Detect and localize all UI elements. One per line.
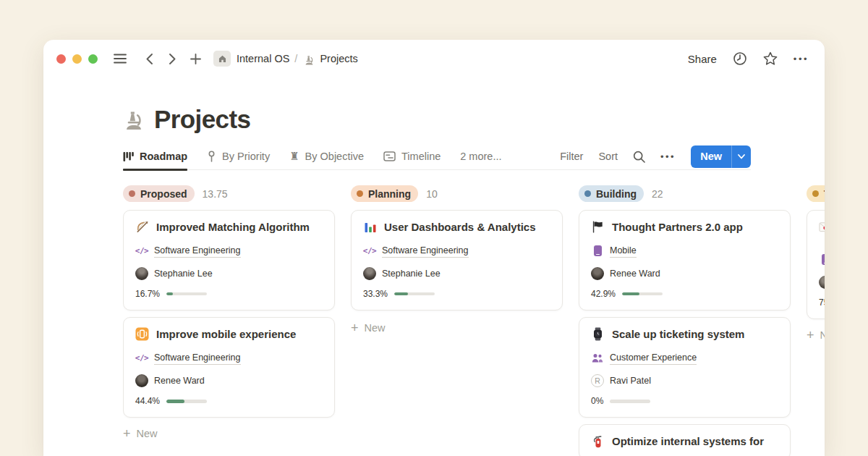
- tab-more-views[interactable]: 2 more...: [460, 143, 501, 170]
- project-card[interactable]: Improve mobile experience </> Software E…: [123, 317, 335, 418]
- page-microscope-icon[interactable]: [123, 110, 145, 132]
- column-building: Building 22 Thought Partners 2.0 app Mob…: [579, 185, 791, 456]
- plus-icon: +: [351, 321, 359, 334]
- status-badge[interactable]: Planning: [351, 185, 418, 202]
- tab-label: 2 more...: [460, 151, 501, 162]
- code-icon: </>: [135, 353, 148, 363]
- tab-label: By Objective: [305, 151, 364, 162]
- new-dropdown-chevron-icon[interactable]: [731, 145, 751, 168]
- column-proposed: Proposed 13.75 Improved Matching Algorit…: [123, 185, 335, 456]
- star-icon[interactable]: [763, 51, 778, 66]
- team-link[interactable]: Customer Experience: [610, 351, 697, 365]
- progress-bar: [394, 292, 435, 296]
- status-dot: [812, 190, 819, 197]
- bow-and-arrow-icon: [135, 220, 149, 234]
- more-options-icon[interactable]: •••: [793, 54, 809, 64]
- person-name: Stephanie Lee: [154, 269, 213, 279]
- code-icon: </>: [363, 246, 376, 256]
- progress-label: 75: [819, 297, 825, 308]
- share-button[interactable]: Share: [688, 53, 717, 65]
- zoom-window-button[interactable]: [88, 54, 98, 64]
- project-card[interactable]: User Dashboards & Analytics </> Software…: [351, 210, 563, 311]
- status-badge[interactable]: Proposed: [123, 185, 195, 202]
- project-card[interactable]: 75: [807, 210, 825, 319]
- love-letter-icon: [819, 220, 825, 234]
- status-dot: [584, 190, 591, 197]
- column-count: 13.75: [203, 188, 228, 200]
- card-title: Optimize internal systems for: [612, 435, 764, 447]
- search-icon[interactable]: [633, 151, 645, 163]
- tab-label: Timeline: [401, 151, 441, 162]
- breadcrumb-current[interactable]: Projects: [320, 53, 357, 64]
- tab-roadmap[interactable]: Roadmap: [123, 143, 187, 170]
- plus-icon: +: [123, 427, 131, 440]
- add-card-button[interactable]: + New: [807, 329, 825, 342]
- add-card-button[interactable]: + New: [123, 427, 335, 440]
- clock-icon[interactable]: [733, 51, 747, 66]
- person-name: Renee Ward: [154, 376, 205, 386]
- team-link[interactable]: Software Engineering: [154, 351, 241, 365]
- minimize-window-button[interactable]: [72, 54, 82, 64]
- person-name: Ravi Patel: [610, 376, 651, 386]
- avatar: [819, 276, 825, 289]
- team-link[interactable]: Mobile: [610, 244, 637, 258]
- kanban-board: Proposed 13.75 Improved Matching Algorit…: [123, 185, 825, 456]
- status-badge[interactable]: Building: [579, 185, 644, 202]
- filter-button[interactable]: Filter: [560, 151, 583, 162]
- forward-chevron-icon[interactable]: [163, 48, 182, 69]
- progress-bar: [166, 400, 207, 403]
- progress-label: 42.9%: [591, 289, 616, 299]
- status-label: Building: [596, 188, 637, 200]
- team-link[interactable]: Software Engineering: [154, 244, 241, 258]
- add-card-button[interactable]: + New: [351, 321, 563, 334]
- new-button[interactable]: New: [691, 145, 731, 168]
- tab-timeline[interactable]: Timeline: [383, 143, 441, 170]
- app-window: Internal OS / Projects Share ••• Project…: [43, 40, 825, 456]
- avatar: [591, 267, 604, 280]
- mobile-icon: [594, 245, 602, 256]
- status-label: Planning: [368, 188, 411, 200]
- progress-bar: [610, 400, 650, 403]
- timeline-icon: [383, 151, 396, 162]
- new-page-plus-icon[interactable]: [186, 48, 205, 69]
- rook-icon: ♜: [289, 151, 299, 162]
- column-planning: Planning 10 User Dashboards & Analytics …: [351, 185, 563, 456]
- close-window-button[interactable]: [56, 54, 66, 64]
- page-header: Projects: [123, 96, 825, 132]
- home-icon[interactable]: [213, 51, 231, 67]
- menu-icon[interactable]: [111, 48, 129, 69]
- project-card[interactable]: Thought Partners 2.0 app Mobile Renee Wa…: [579, 210, 791, 311]
- progress-bar: [622, 292, 663, 296]
- add-card-label: New: [137, 428, 158, 439]
- status-label: Proposed: [140, 188, 187, 200]
- code-icon: </>: [135, 246, 148, 256]
- new-button-group: New: [691, 145, 751, 168]
- progress-label: 33.3%: [363, 289, 388, 299]
- status-label: T: [824, 188, 825, 200]
- pin-icon: [207, 151, 216, 162]
- window-titlebar: Internal OS / Projects Share •••: [43, 40, 825, 77]
- sort-button[interactable]: Sort: [598, 151, 618, 162]
- progress-label: 44.4%: [135, 396, 160, 406]
- tab-label: Roadmap: [140, 151, 187, 162]
- view-options-icon[interactable]: •••: [660, 151, 676, 162]
- back-chevron-icon[interactable]: [140, 48, 158, 69]
- project-card[interactable]: Optimize internal systems for: [579, 424, 791, 456]
- progress-bar: [166, 292, 207, 296]
- add-card-label: New: [365, 322, 386, 334]
- team-link[interactable]: Software Engineering: [382, 244, 469, 258]
- breadcrumb-root[interactable]: Internal OS: [237, 53, 289, 64]
- column-clipped: T: [807, 185, 825, 456]
- status-dot: [357, 190, 363, 197]
- person-name: Stephanie Lee: [382, 269, 441, 279]
- plus-icon: +: [807, 329, 814, 342]
- tab-by-priority[interactable]: By Priority: [207, 143, 270, 170]
- people-icon: [591, 353, 604, 363]
- traffic-lights: [56, 54, 98, 64]
- tab-by-objective[interactable]: ♜ By Objective: [289, 143, 364, 170]
- project-card[interactable]: Scale up ticketing system Customer Exper…: [579, 317, 791, 418]
- tab-label: By Priority: [222, 151, 270, 162]
- breadcrumb-separator: /: [294, 53, 297, 64]
- project-card[interactable]: Improved Matching Algorithm </> Software…: [123, 210, 335, 311]
- status-badge[interactable]: T: [807, 185, 825, 202]
